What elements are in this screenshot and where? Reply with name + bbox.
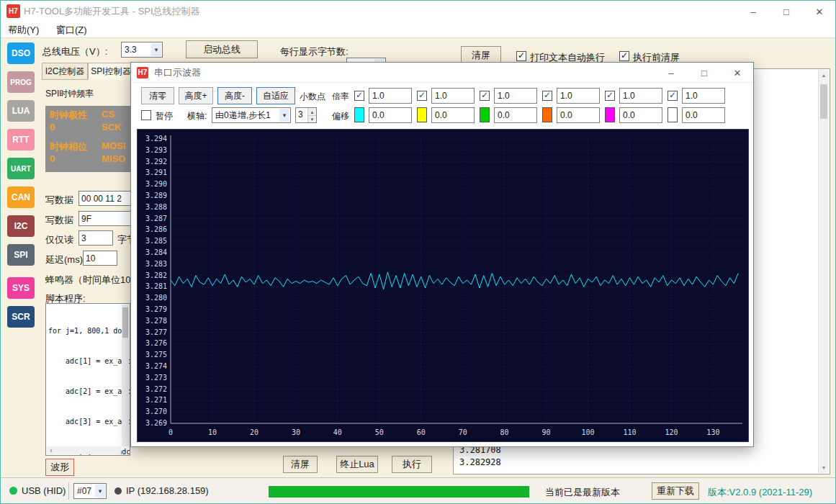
redownload-button[interactable]: 重新下载 — [652, 482, 699, 500]
sidebar-item-spi[interactable]: SPI — [7, 244, 35, 266]
svg-text:3.273: 3.273 — [145, 374, 167, 382]
maximize-icon: □ — [783, 6, 789, 17]
xaxis-mode-select[interactable]: 由0递增,步长1 ▾ — [212, 107, 291, 123]
sidebar-item-i2c[interactable]: I2C — [7, 215, 35, 237]
check-icon: ✓ — [518, 51, 525, 60]
channel-4-enable-checkbox[interactable]: ✓ — [542, 91, 552, 101]
clear-screen-button[interactable]: 清屏 — [283, 456, 318, 473]
autowrap-checkbox[interactable]: ✓ — [516, 51, 526, 61]
scope-autofit-button[interactable]: 自适应 — [256, 87, 295, 104]
maximize-button[interactable]: □ — [770, 1, 802, 22]
delay-input[interactable]: 10 — [83, 251, 117, 266]
channel-1-enable-checkbox[interactable]: ✓ — [354, 91, 364, 101]
sidebar-item-rtt[interactable]: RTT — [7, 129, 35, 150]
sidebar-item-sys[interactable]: SYS — [7, 277, 35, 299]
menubar: 帮助(Y) 窗口(Z) — [1, 22, 835, 38]
script-vertical-scrollbar[interactable] — [122, 305, 129, 446]
device-index-select[interactable]: #07 ▾ — [73, 483, 107, 499]
script-editor[interactable]: for j=1, 800,1 do adc[1] = ex_adc adc[2]… — [45, 303, 130, 456]
bus-voltage-value: 3.3 — [125, 45, 137, 55]
pause-label: 暂停 — [156, 110, 173, 122]
svg-text:3.281: 3.281 — [145, 282, 167, 290]
pause-checkbox[interactable] — [141, 110, 151, 120]
svg-text:3.285: 3.285 — [145, 237, 167, 245]
chevron-down-icon: ▾ — [151, 43, 161, 56]
output-line: 3.282928 — [459, 457, 501, 467]
channel-5-offset-input[interactable]: 0.0 — [619, 107, 662, 123]
scope-height-minus-button[interactable]: 高度- — [217, 87, 252, 104]
minimize-button[interactable]: – — [737, 1, 769, 22]
channel-3-scale-input[interactable]: 1.0 — [494, 88, 537, 104]
channel-6-enable-checkbox[interactable]: ✓ — [668, 91, 678, 101]
main-window: H7 H7-TOOL多功能开发工具 - SPI总线控制器 – □ ✕ 帮助(Y)… — [0, 0, 836, 504]
channel-3-enable-checkbox[interactable]: ✓ — [480, 91, 490, 101]
popup-minimize-button[interactable]: – — [655, 63, 687, 82]
channel-1-scale-input[interactable]: 1.0 — [369, 88, 412, 104]
channel-4-offset-input[interactable]: 0.0 — [557, 107, 600, 123]
tab-spi-controller[interactable]: SPI控制器 — [88, 63, 134, 80]
svg-text:3.271: 3.271 — [145, 396, 167, 404]
main-titlebar[interactable]: H7 H7-TOOL多功能开发工具 - SPI总线控制器 – □ ✕ — [1, 1, 835, 22]
bus-voltage-select[interactable]: 3.3 ▾ — [121, 42, 163, 58]
svg-text:3.287: 3.287 — [145, 215, 167, 222]
stop-lua-button[interactable]: 终止Lua — [336, 456, 378, 473]
svg-text:100: 100 — [582, 428, 595, 436]
sidebar-item-prog[interactable]: PROG — [7, 71, 35, 93]
svg-text:40: 40 — [333, 428, 342, 436]
channel-2-color-swatch — [417, 107, 427, 122]
svg-text:50: 50 — [375, 428, 384, 436]
close-button[interactable]: ✕ — [804, 1, 835, 22]
channel-1-offset-input[interactable]: 0.0 — [369, 107, 412, 123]
channel-2-offset-input[interactable]: 0.0 — [431, 107, 475, 123]
svg-text:80: 80 — [500, 428, 509, 436]
clock-polarity-value: 0 — [50, 122, 55, 132]
channel-3-offset-input[interactable]: 0.0 — [494, 107, 537, 123]
menu-help[interactable]: 帮助(Y) — [1, 22, 46, 38]
sidebar-item-scr[interactable]: SCR — [7, 306, 35, 328]
channel-5-scale-input[interactable]: 1.0 — [619, 88, 662, 104]
sidebar-item-dso[interactable]: DSO — [7, 42, 35, 64]
popup-maximize-button[interactable]: □ — [688, 63, 720, 82]
scope-zero-button[interactable]: 清零 — [141, 87, 174, 104]
scrollbar-thumb[interactable] — [820, 84, 827, 119]
sidebar-item-can[interactable]: CAN — [7, 186, 35, 208]
start-bus-button[interactable]: 启动总线 — [186, 40, 258, 58]
svg-text:3.270: 3.270 — [145, 408, 167, 415]
scope-height-plus-button[interactable]: 高度+ — [179, 87, 213, 104]
menu-window[interactable]: 窗口(Z) — [49, 22, 94, 38]
channel-5-enable-checkbox[interactable]: ✓ — [605, 91, 615, 101]
sidebar-item-uart[interactable]: UART — [7, 158, 35, 179]
channel-4-scale-input[interactable]: 1.0 — [557, 88, 600, 104]
svg-text:10: 10 — [208, 428, 217, 436]
app-logo-icon: H7 — [6, 4, 20, 18]
channel-6-offset-input[interactable]: 0.0 — [682, 107, 725, 123]
delay-label: 延迟(ms) — [45, 253, 83, 266]
script-horizontal-scrollbar[interactable]: ‹ — [47, 446, 121, 454]
signal-mosi-label: MOSI — [102, 140, 125, 151]
popup-titlebar[interactable]: H7 串口示波器 – □ ✕ — [131, 63, 753, 83]
write-data2-label: 写数据 — [45, 214, 73, 227]
channel-2-scale-input[interactable]: 1.0 — [431, 88, 475, 104]
channel-6-color-swatch — [668, 107, 678, 122]
version-label: 版本:V2.0.9 (2021-11-29) — [708, 486, 812, 499]
clear-before-run-checkbox[interactable]: ✓ — [619, 51, 629, 61]
bytes-per-line-label: 每行显示字节数: — [280, 45, 349, 58]
svg-text:20: 20 — [250, 428, 259, 436]
wave-button[interactable]: 波形 — [45, 459, 74, 476]
sidebar-item-lua[interactable]: LUA — [7, 100, 35, 122]
decimal-stepper[interactable]: 3 ▲ ▼ — [295, 107, 317, 123]
svg-text:70: 70 — [459, 428, 467, 436]
channel-6-scale-input[interactable]: 1.0 — [682, 88, 725, 104]
run-button[interactable]: 执行 — [392, 456, 432, 473]
popup-close-button[interactable]: ✕ — [722, 63, 753, 82]
tab-i2c-controller[interactable]: I2C控制器 — [42, 63, 88, 80]
update-status-label: 当前已是最新版本 — [545, 486, 620, 499]
xaxis-label: 横轴: — [187, 110, 207, 122]
svg-text:3.278: 3.278 — [145, 317, 167, 325]
output-vertical-scrollbar[interactable]: ▲ ▼ — [818, 70, 829, 473]
close-icon: ✕ — [816, 6, 824, 17]
read-only-input[interactable]: 3 — [78, 230, 113, 246]
channel-2-enable-checkbox[interactable]: ✓ — [417, 91, 427, 101]
scale-label: 倍率 — [332, 91, 349, 103]
popup-title: 串口示波器 — [154, 66, 201, 79]
